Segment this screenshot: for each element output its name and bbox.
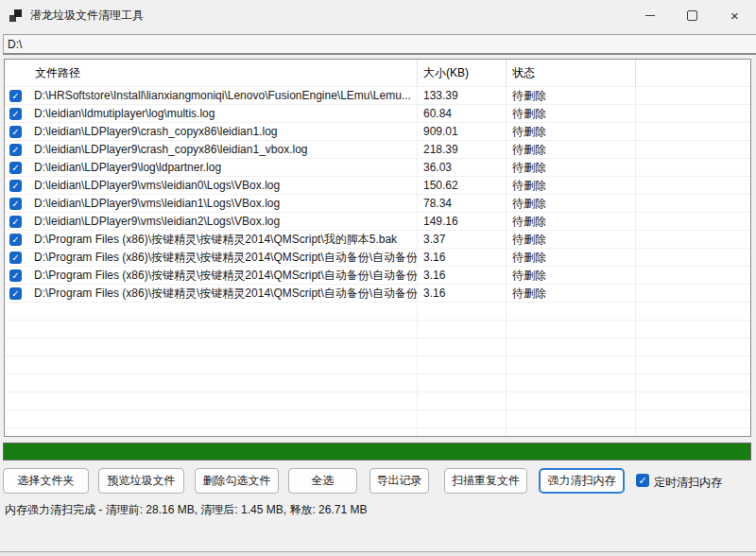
column-header-path[interactable]: 文件路径 <box>5 60 418 86</box>
row-status: 待删除 <box>507 87 636 104</box>
row-status: 待删除 <box>507 105 636 122</box>
row-size: 3.16 <box>418 267 507 284</box>
table-empty-row <box>5 374 750 391</box>
row-status: 待删除 <box>507 123 636 140</box>
table-row[interactable]: ✓ D:\Program Files (x86)\按键精灵\按键精灵2014\Q… <box>5 230 750 248</box>
row-checkbox[interactable]: ✓ <box>9 269 22 282</box>
window-title: 潜龙垃圾文件清理工具 <box>30 8 144 24</box>
row-path-cell: ✓ D:\Program Files (x86)\按键精灵\按键精灵2014\Q… <box>5 285 418 302</box>
row-checkbox[interactable]: ✓ <box>9 287 22 300</box>
check-icon: ✓ <box>9 287 22 300</box>
minimize-icon <box>645 15 655 16</box>
table-empty-row <box>5 427 750 437</box>
check-icon: ✓ <box>9 126 22 138</box>
row-path: D:\Program Files (x86)\按键精灵\按键精灵2014\QMS… <box>34 268 418 284</box>
table-row[interactable]: ✓ D:\Program Files (x86)\按键精灵\按键精灵2014\Q… <box>5 266 750 284</box>
row-path-cell: ✓ D:\leidian\LDPlayer9\crash_copyx86\lei… <box>5 141 418 158</box>
export-records-button[interactable]: 导出记录 <box>369 468 429 494</box>
delete-checked-button[interactable]: 删除勾选文件 <box>195 468 279 494</box>
row-checkbox[interactable]: ✓ <box>9 90 22 102</box>
table-row[interactable]: ✓ D:\HRSoftstore\Install\lianxiangmoniqi… <box>5 86 750 104</box>
row-size: 3.37 <box>418 231 507 248</box>
maximize-icon <box>687 10 697 21</box>
row-size: 36.03 <box>418 159 507 176</box>
row-blank <box>636 231 750 248</box>
path-input[interactable]: D:\ <box>3 34 756 55</box>
table-header: 文件路径 大小(KB) 状态 <box>5 60 750 86</box>
row-blank <box>636 141 750 158</box>
row-checkbox[interactable]: ✓ <box>9 144 22 156</box>
row-blank <box>636 105 750 122</box>
row-path-cell: ✓ D:\Program Files (x86)\按键精灵\按键精灵2014\Q… <box>5 231 418 248</box>
force-clean-memory-button[interactable]: 强力清扫内存 <box>539 468 625 494</box>
row-size: 218.39 <box>418 141 507 158</box>
row-path: D:\leidian\LDPlayer9\vms\leidian2\Logs\V… <box>34 215 280 228</box>
row-path: D:\leidian\LDPlayer9\crash_copyx86\leidi… <box>34 125 277 138</box>
row-path-cell: ✓ D:\leidian\LDPlayer9\crash_copyx86\lei… <box>5 123 418 140</box>
row-path-cell: ✓ D:\leidian\LDPlayer9\log\ldpartner.log <box>5 159 418 176</box>
row-checkbox[interactable]: ✓ <box>9 198 22 210</box>
progress-bar-fill <box>4 443 750 460</box>
table-row[interactable]: ✓ D:\Program Files (x86)\按键精灵\按键精灵2014\Q… <box>5 284 750 302</box>
check-icon: ✓ <box>9 198 22 210</box>
row-status: 待删除 <box>507 195 636 212</box>
table-row[interactable]: ✓ D:\Program Files (x86)\按键精灵\按键精灵2014\Q… <box>5 248 750 266</box>
row-path-cell: ✓ D:\HRSoftstore\Install\lianxiangmoniqi… <box>5 87 418 104</box>
check-icon: ✓ <box>9 90 22 102</box>
check-icon: ✓ <box>9 234 22 246</box>
row-status: 待删除 <box>507 141 636 158</box>
table-empty-row <box>5 320 750 338</box>
row-size: 909.01 <box>418 123 507 140</box>
select-all-button[interactable]: 全选 <box>288 468 357 494</box>
row-blank <box>636 159 750 176</box>
check-icon: ✓ <box>9 108 22 120</box>
row-status: 待删除 <box>507 213 636 230</box>
check-icon: ✓ <box>9 252 22 264</box>
row-path: D:\HRSoftstore\Install\lianxiangmoniqi\L… <box>34 89 411 102</box>
table-row[interactable]: ✓ D:\leidian\LDPlayer9\vms\leidian2\Logs… <box>5 212 750 230</box>
row-path-cell: ✓ D:\Program Files (x86)\按键精灵\按键精灵2014\Q… <box>5 267 418 284</box>
close-button[interactable]: × <box>713 0 756 30</box>
preview-junk-button[interactable]: 预览垃圾文件 <box>98 468 184 494</box>
row-checkbox[interactable]: ✓ <box>9 252 22 264</box>
row-path: D:\leidian\LDPlayer9\crash_copyx86\leidi… <box>34 143 308 156</box>
maximize-button[interactable] <box>671 0 713 30</box>
table-empty-row <box>5 302 750 320</box>
row-size: 149.16 <box>418 213 507 230</box>
row-blank <box>636 267 750 284</box>
row-size: 150.62 <box>418 177 507 194</box>
table-row[interactable]: ✓ D:\leidian\LDPlayer9\crash_copyx86\lei… <box>5 122 750 140</box>
row-size: 60.84 <box>418 105 507 122</box>
row-path-cell: ✓ D:\leidian\LDPlayer9\vms\leidian1\Logs… <box>5 195 418 212</box>
select-folder-button[interactable]: 选择文件夹 <box>3 468 89 494</box>
row-path: D:\leidian\LDPlayer9\vms\leidian1\Logs\V… <box>34 197 280 210</box>
table-row[interactable]: ✓ D:\leidian\LDPlayer9\log\ldpartner.log… <box>5 158 750 176</box>
table-row[interactable]: ✓ D:\leidian\LDPlayer9\vms\leidian1\Logs… <box>5 194 750 212</box>
timer-clean-label[interactable]: 定时清扫内存 <box>654 475 722 491</box>
scan-duplicates-button[interactable]: 扫描重复文件 <box>444 468 527 494</box>
row-checkbox[interactable]: ✓ <box>9 216 22 228</box>
column-header-status[interactable]: 状态 <box>507 60 636 86</box>
row-checkbox[interactable]: ✓ <box>9 234 22 246</box>
row-path: D:\Program Files (x86)\按键精灵\按键精灵2014\QMS… <box>34 286 418 302</box>
check-icon: ✓ <box>9 216 22 228</box>
timer-clean-checkbox[interactable]: ✓ <box>636 474 649 487</box>
table-row[interactable]: ✓ D:\leidian\ldmutiplayer\log\multis.log… <box>5 104 750 122</box>
row-path-cell: ✓ D:\leidian\ldmutiplayer\log\multis.log <box>5 105 418 122</box>
table-row[interactable]: ✓ D:\leidian\LDPlayer9\vms\leidian0\Logs… <box>5 176 750 194</box>
status-text: 内存强力清扫完成 - 清理前: 28.16 MB, 清理后: 1.45 MB, … <box>5 502 367 518</box>
minimize-button[interactable] <box>628 0 671 30</box>
file-table: 文件路径 大小(KB) 状态 ✓ D:\HRSoftstore\Install\… <box>4 59 751 437</box>
table-row[interactable]: ✓ D:\leidian\LDPlayer9\crash_copyx86\lei… <box>5 140 750 158</box>
column-header-blank <box>636 60 750 86</box>
row-path-cell: ✓ D:\leidian\LDPlayer9\vms\leidian0\Logs… <box>5 177 418 194</box>
row-checkbox[interactable]: ✓ <box>9 126 22 138</box>
row-blank <box>636 123 750 140</box>
row-checkbox[interactable]: ✓ <box>9 162 22 174</box>
row-size: 78.34 <box>418 195 507 212</box>
check-icon: ✓ <box>9 269 22 282</box>
column-header-size[interactable]: 大小(KB) <box>418 60 507 86</box>
window-bottom-edge <box>0 551 756 556</box>
row-checkbox[interactable]: ✓ <box>9 180 22 192</box>
row-checkbox[interactable]: ✓ <box>9 108 22 120</box>
